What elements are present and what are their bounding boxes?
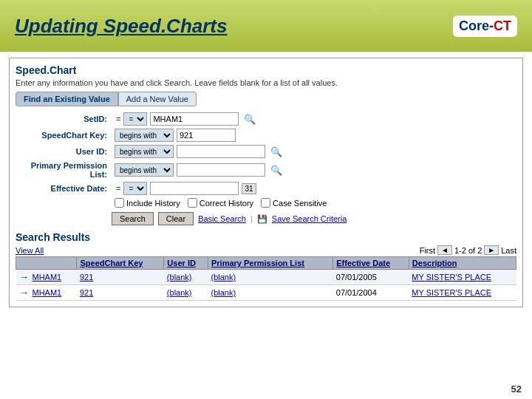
buttons-row: Search Clear Basic Search | 💾 Save Searc… [112,212,516,225]
speedchart-key-input[interactable] [177,129,236,142]
correct-history-label: Correct History [188,198,253,208]
setid-operator-select[interactable]: = [123,112,147,126]
setid-eq: = [115,115,122,123]
userid-label: User ID: [16,147,112,156]
save-search-button[interactable]: Save Search Criteria [272,214,347,223]
main-content: Speed.Chart Enter any information you ha… [0,52,532,313]
cell-setid: → MHAM1 [16,270,77,285]
perm-list-search-icon[interactable]: 🔍 [270,165,282,176]
perm-link-0[interactable]: (blank) [211,273,236,282]
cell-key: 921 [77,285,164,301]
checkbox-row: Include History Correct History Case Sen… [115,198,516,208]
perm-list-row: Primary Permission List: begins with 🔍 [16,161,516,179]
col-effdate[interactable]: Effective Date [333,257,409,270]
correct-history-checkbox[interactable] [188,198,197,208]
search-button[interactable]: Search [112,212,154,225]
tab-add-new[interactable]: Add a New Value [118,92,197,106]
cell-userid: (blank) [164,270,208,285]
userid-search-icon[interactable]: 🔍 [270,146,282,157]
cell-effdate: 07/01/2005 [333,270,409,285]
table-header-row: SpeedChart Key User ID Primary Permissio… [16,257,516,270]
cell-desc: MY SISTER'S PLACE [409,285,516,301]
tab-bar: Find an Existing Value Add a New Value [16,92,516,106]
userid-row: User ID: begins with 🔍 [16,145,516,158]
desc-link-0[interactable]: MY SISTER'S PLACE [412,273,491,282]
logo: Core-CT [453,16,517,37]
userid-operator[interactable]: begins with [115,145,174,158]
setid-link-1[interactable]: MHAM1 [33,288,62,297]
logo-ct: CT [494,18,511,33]
pagination: First ◄ 1-2 of 2 ► Last [420,245,516,255]
results-nav: View All First ◄ 1-2 of 2 ► Last [16,245,516,255]
userid-input[interactable] [177,145,265,158]
cell-desc: MY SISTER'S PLACE [409,270,516,285]
col-key[interactable]: SpeedChart Key [77,257,164,270]
perm-list-input[interactable] [177,163,265,177]
eff-date-input[interactable] [150,182,239,195]
tab-find-existing[interactable]: Find an Existing Value [16,92,118,106]
panel-subtitle: Enter any information you have and click… [16,78,516,87]
speedchart-panel: Speed.Chart Enter any information you ha… [9,58,523,307]
prev-page-button[interactable]: ◄ [437,245,452,255]
cell-perm: (blank) [208,270,332,285]
last-label: Last [501,246,516,255]
eff-date-eq: = [115,184,122,193]
row-arrow-0: → [19,271,30,283]
setid-operator: = = [115,112,147,126]
page-info: 1-2 of 2 [454,246,482,255]
cell-perm: (blank) [208,285,332,301]
results-table: SpeedChart Key User ID Primary Permissio… [16,256,516,301]
next-page-button[interactable]: ► [484,245,499,255]
eff-date-label: Effective Date: [16,184,112,193]
userid-link-0[interactable]: (blank) [167,273,192,282]
key-link-0[interactable]: 921 [80,273,93,282]
page-title: Updating Speed.Charts [15,15,227,38]
col-setid [16,257,77,270]
save-icon: 💾 [257,214,267,224]
include-history-checkbox[interactable] [115,198,124,208]
eff-date-row: Effective Date: = = 31 [16,182,516,195]
cell-userid: (blank) [164,285,208,301]
perm-link-1[interactable]: (blank) [211,288,236,297]
setid-label: SetID: [16,115,112,123]
key-link-1[interactable]: 921 [80,288,93,297]
table-row: → MHAM1 921(blank)(blank)07/01/2005MY SI… [16,270,516,285]
panel-title: Speed.Chart [16,64,516,76]
col-perm[interactable]: Primary Permission List [208,257,332,270]
include-history-label: Include History [115,198,180,208]
col-userid[interactable]: User ID [164,257,208,270]
speedchart-key-operator[interactable]: begins with [115,129,174,142]
basic-search-button[interactable]: Basic Search [198,214,246,223]
case-sensitive-checkbox[interactable] [261,198,270,208]
eff-date-operator-select[interactable]: = [123,182,147,195]
desc-link-1[interactable]: MY SISTER'S PLACE [412,288,491,297]
row-arrow-1: → [19,287,30,299]
perm-list-label: Primary Permission List: [16,161,112,179]
case-sensitive-label: Case Sensitive [261,198,327,208]
speedchart-key-label: SpeedChart Key: [16,131,112,140]
userid-link-1[interactable]: (blank) [167,288,192,297]
view-all-link[interactable]: View All [16,246,44,255]
calendar-icon[interactable]: 31 [242,183,256,194]
setid-search-icon[interactable]: 🔍 [244,114,256,125]
cell-setid: → MHAM1 [16,285,77,301]
separator: | [250,214,253,223]
header: Updating Speed.Charts Core-CT [0,0,532,52]
results-title: Search Results [16,231,516,243]
eff-date-operator: = = [115,182,147,195]
cell-effdate: 07/01/2004 [333,285,409,301]
cell-key: 921 [77,270,164,285]
clear-button[interactable]: Clear [158,212,194,225]
col-desc[interactable]: Description [409,257,516,270]
speedchart-key-row: SpeedChart Key: begins with [16,129,516,142]
setid-link-0[interactable]: MHAM1 [33,273,62,282]
table-row: → MHAM1 921(blank)(blank)07/01/2004MY SI… [16,285,516,301]
setid-row: SetID: = = 🔍 [16,112,516,126]
first-label: First [420,246,435,255]
perm-list-operator[interactable]: begins with [115,163,174,177]
setid-input[interactable] [150,112,239,126]
page-number: 52 [511,383,522,395]
